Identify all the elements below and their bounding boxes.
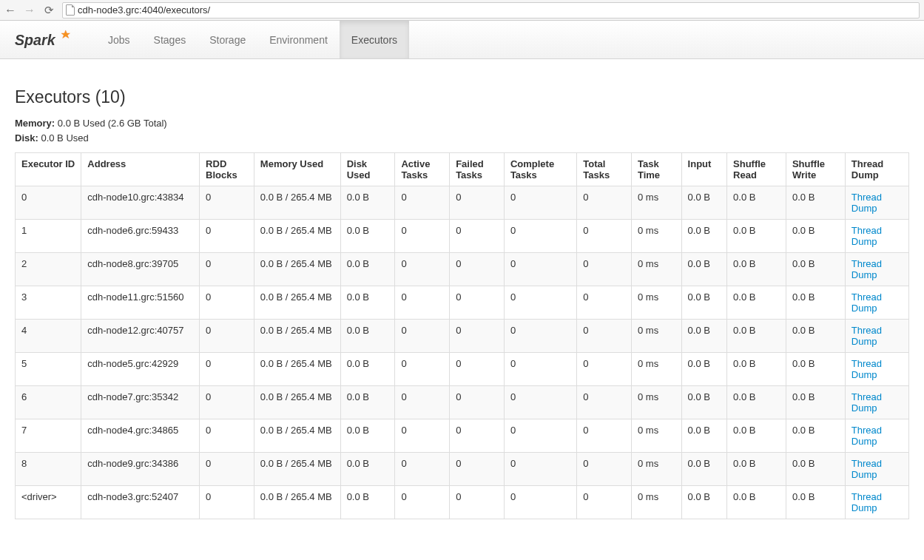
table-cell: 0.0 B (727, 186, 786, 220)
table-cell: 0 ms (631, 353, 681, 386)
address-bar[interactable]: cdh-node3.grc:4040/executors/ (62, 2, 920, 18)
table-cell: 0.0 B (340, 486, 395, 519)
reload-icon[interactable]: ⟳ (43, 4, 55, 16)
table-cell: 0.0 B / 265.4 MB (254, 353, 340, 386)
table-cell: 0 (577, 220, 632, 253)
table-cell: cdh-node12.grc:40757 (81, 320, 200, 353)
table-cell: 0.0 B (786, 486, 845, 519)
table-cell: 0.0 B (727, 320, 786, 353)
table-cell: 0 (200, 386, 254, 419)
table-row: 7cdh-node4.grc:3486500.0 B / 265.4 MB0.0… (16, 419, 909, 453)
col-header[interactable]: Memory Used (254, 153, 340, 186)
col-header[interactable]: Shuffle Write (786, 153, 845, 186)
table-cell: 0.0 B (786, 386, 845, 419)
col-header[interactable]: Disk Used (340, 153, 395, 186)
thread-dump-link[interactable]: Thread Dump (852, 391, 882, 414)
table-row: 6cdh-node7.grc:3534200.0 B / 265.4 MB0.0… (16, 386, 909, 419)
table-cell: 0 (395, 386, 450, 419)
table-cell: 0 (395, 353, 450, 386)
table-row: 5cdh-node5.grc:4292900.0 B / 265.4 MB0.0… (16, 353, 909, 386)
table-cell: 0 (450, 253, 505, 286)
col-header[interactable]: Shuffle Read (727, 153, 786, 186)
table-cell: 7 (16, 419, 81, 453)
page-title: Executors (10) (15, 87, 909, 107)
table-cell: 0.0 B / 265.4 MB (254, 486, 340, 519)
table-cell: 0.0 B (786, 353, 845, 386)
table-cell: 0.0 B / 265.4 MB (254, 419, 340, 453)
thread-dump-link[interactable]: Thread Dump (852, 291, 882, 314)
table-cell: 0 (577, 186, 632, 220)
col-header[interactable]: Thread Dump (845, 153, 908, 186)
table-cell: 0 ms (631, 486, 681, 519)
table-cell: 0 (200, 253, 254, 286)
table-cell: 0 (200, 419, 254, 453)
thread-dump-link[interactable]: Thread Dump (852, 425, 882, 447)
table-cell: 0.0 B / 265.4 MB (254, 186, 340, 220)
table-cell: 0.0 B (727, 353, 786, 386)
col-header[interactable]: RDD Blocks (200, 153, 254, 186)
table-cell: 1 (16, 220, 81, 253)
table-cell: 0.0 B / 265.4 MB (254, 453, 340, 486)
thread-dump-link[interactable]: Thread Dump (852, 491, 882, 513)
table-cell: 0.0 B (340, 286, 395, 320)
thread-dump-link[interactable]: Thread Dump (852, 225, 882, 247)
col-header[interactable]: Active Tasks (395, 153, 450, 186)
back-icon[interactable]: ← (4, 4, 16, 16)
table-cell: cdh-node5.grc:42929 (81, 353, 200, 386)
thread-dump-link[interactable]: Thread Dump (852, 258, 882, 280)
nav-tab-storage[interactable]: Storage (198, 21, 257, 58)
content: Executors (10) Memory: 0.0 B Used (2.6 G… (0, 59, 924, 542)
table-cell: cdh-node9.grc:34386 (81, 453, 200, 486)
col-header[interactable]: Total Tasks (577, 153, 632, 186)
table-cell: 0 (504, 486, 576, 519)
table-cell: 0 (504, 253, 576, 286)
nav-tab-executors[interactable]: Executors (340, 21, 409, 58)
thread-dump-link[interactable]: Thread Dump (852, 325, 882, 347)
table-cell: 0.0 B (340, 186, 395, 220)
table-cell: 0.0 B (786, 320, 845, 353)
col-header[interactable]: Input (681, 153, 726, 186)
table-cell: 0.0 B (681, 453, 726, 486)
table-cell: 0.0 B (681, 386, 726, 419)
spark-logo[interactable]: Spark (15, 25, 81, 55)
table-cell: 0.0 B (340, 220, 395, 253)
table-cell: 0.0 B (681, 486, 726, 519)
thread-dump-link[interactable]: Thread Dump (852, 458, 882, 480)
table-cell: 0.0 B (340, 353, 395, 386)
nav-tab-environment[interactable]: Environment (257, 21, 340, 58)
nav-tab-stages[interactable]: Stages (142, 21, 198, 58)
table-cell: 0 (577, 419, 632, 453)
browser-toolbar: ← → ⟳ cdh-node3.grc:4040/executors/ (0, 0, 924, 21)
table-cell: 0 (577, 453, 632, 486)
table-cell: 0.0 B (727, 386, 786, 419)
forward-icon[interactable]: → (24, 4, 36, 16)
table-cell: cdh-node11.grc:51560 (81, 286, 200, 320)
table-cell: 0 ms (631, 186, 681, 220)
table-row: 8cdh-node9.grc:3438600.0 B / 265.4 MB0.0… (16, 453, 909, 486)
thread-dump-link[interactable]: Thread Dump (852, 192, 882, 214)
table-cell: 0 (200, 320, 254, 353)
table-cell: 0 (504, 353, 576, 386)
table-cell: Thread Dump (845, 320, 908, 353)
col-header[interactable]: Complete Tasks (504, 153, 576, 186)
disk-label: Disk: (15, 132, 38, 144)
table-cell: 0 (16, 186, 81, 220)
table-cell: 0 (200, 220, 254, 253)
table-cell: 0.0 B (340, 253, 395, 286)
table-cell: cdh-node8.grc:39705 (81, 253, 200, 286)
table-cell: 0 (395, 419, 450, 453)
table-cell: 0.0 B / 265.4 MB (254, 286, 340, 320)
table-cell: 0.0 B / 265.4 MB (254, 320, 340, 353)
table-cell: 0.0 B / 265.4 MB (254, 220, 340, 253)
table-cell: 0 (395, 253, 450, 286)
memory-label: Memory: (15, 118, 55, 129)
table-cell: 0 (450, 419, 505, 453)
col-header[interactable]: Task Time (631, 153, 681, 186)
col-header[interactable]: Failed Tasks (450, 153, 505, 186)
table-cell: 0.0 B (727, 419, 786, 453)
thread-dump-link[interactable]: Thread Dump (852, 358, 882, 380)
nav-tab-jobs[interactable]: Jobs (96, 21, 142, 58)
col-header[interactable]: Address (81, 153, 200, 186)
table-cell: Thread Dump (845, 386, 908, 419)
col-header[interactable]: Executor ID (16, 153, 81, 186)
